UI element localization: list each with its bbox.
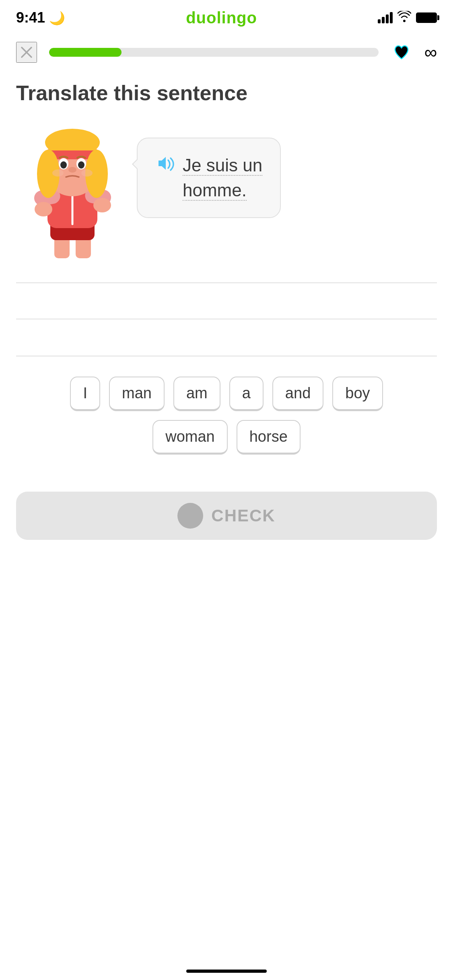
svg-point-20 xyxy=(78,161,84,169)
word-chip-boy[interactable]: boy xyxy=(332,377,383,411)
svg-point-19 xyxy=(60,161,67,169)
heart-icon xyxy=(391,41,412,63)
close-button[interactable] xyxy=(16,42,37,63)
svg-point-21 xyxy=(68,167,76,173)
progress-bar xyxy=(49,48,379,57)
status-bar: 9:41 🌙 duolingo xyxy=(0,0,453,32)
status-time: 9:41 🌙 xyxy=(16,9,65,26)
word-bank: I man am a and boy woman horse xyxy=(0,356,453,476)
speaker-icon[interactable] xyxy=(155,154,175,174)
wifi-icon xyxy=(397,11,411,25)
speech-bubble: Je suis un homme. xyxy=(137,138,281,218)
answer-area xyxy=(16,282,437,356)
word-chip-a[interactable]: a xyxy=(229,377,264,411)
word-bank-row-2: woman horse xyxy=(16,420,437,455)
main-content: Translate this sentence xyxy=(0,72,453,356)
svg-point-23 xyxy=(81,169,93,177)
toolbar: ∞ xyxy=(0,32,453,72)
speech-text: Je suis un homme. xyxy=(183,153,262,202)
answer-line-1 xyxy=(16,291,437,319)
moon-icon: 🌙 xyxy=(49,11,65,25)
character-section: Je suis un homme. xyxy=(16,121,437,266)
word-chip-woman[interactable]: woman xyxy=(152,420,228,455)
svg-point-10 xyxy=(93,198,111,212)
svg-point-9 xyxy=(35,202,52,216)
check-button-icon xyxy=(177,503,203,529)
signal-icon xyxy=(378,12,393,23)
home-indicator xyxy=(186,970,267,973)
word-chip-man[interactable]: man xyxy=(109,377,165,411)
character-figure xyxy=(16,121,129,266)
check-button-container: CHECK xyxy=(0,476,453,564)
word-chip-and[interactable]: and xyxy=(272,377,323,411)
status-icons xyxy=(378,11,437,25)
word-chip-I[interactable]: I xyxy=(70,377,100,411)
word-chip-am[interactable]: am xyxy=(173,377,220,411)
instruction-title: Translate this sentence xyxy=(16,80,437,105)
battery-icon xyxy=(416,12,437,23)
word-chip-horse[interactable]: horse xyxy=(237,420,301,455)
svg-point-22 xyxy=(52,169,64,177)
infinity-icon: ∞ xyxy=(424,43,437,61)
check-button[interactable]: CHECK xyxy=(16,492,437,540)
app-logo: duolingo xyxy=(186,9,257,27)
answer-line-2 xyxy=(16,319,437,348)
progress-fill xyxy=(49,48,121,57)
word-bank-row-1: I man am a and boy xyxy=(16,377,437,411)
